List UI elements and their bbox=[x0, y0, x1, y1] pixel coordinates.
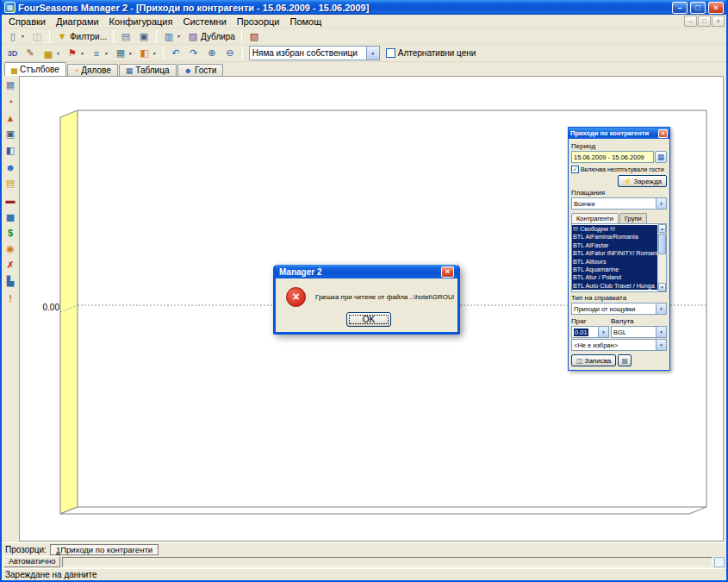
load-button[interactable]: ⚡ Зарежда bbox=[618, 175, 667, 187]
payments-select[interactable]: Всички ▼ bbox=[571, 197, 667, 210]
automatic-button[interactable]: Автоматично bbox=[3, 556, 60, 567]
rail-rotate-icon[interactable]: ◔ bbox=[3, 94, 18, 109]
grid-icon: ▦ bbox=[115, 47, 127, 59]
alt-prices-checkbox[interactable] bbox=[386, 48, 395, 58]
tab-guests[interactable]: ☻ Гости bbox=[177, 64, 224, 76]
rail-globe-icon[interactable]: ◉ bbox=[3, 241, 18, 256]
alt-prices-checkbox-group[interactable]: Алтернативни цени bbox=[386, 48, 476, 58]
chevron-down-icon[interactable]: ▼ bbox=[656, 340, 666, 350]
new-report-button[interactable]: ▯ ▼ bbox=[4, 29, 28, 44]
list-scrollbar[interactable]: ▲ ▼ bbox=[657, 224, 666, 291]
rail-frame-icon[interactable]: ◧ bbox=[3, 143, 18, 158]
contractors-items: !!! Свободни !!! BTL AlFamina/Romania BT… bbox=[572, 224, 657, 291]
list-item[interactable]: BTL Alltours bbox=[572, 258, 657, 266]
save-report-button[interactable]: ◫ Записва bbox=[571, 354, 616, 366]
grid-button[interactable]: ▦ ▼ bbox=[112, 46, 135, 60]
mdi-minimize-button[interactable]: – bbox=[684, 16, 697, 27]
zoom-in-button[interactable]: ⊕ bbox=[203, 46, 221, 60]
tab-shares[interactable]: ◔ Дялове bbox=[67, 64, 118, 76]
menu-system[interactable]: Системни bbox=[177, 16, 231, 28]
report-type-select[interactable]: Приходи от нощувки ▼ bbox=[571, 303, 667, 315]
minimize-button[interactable]: – bbox=[672, 2, 688, 14]
redo-button[interactable]: ↷ bbox=[185, 46, 202, 60]
filters-button[interactable]: ▼ Филтри... bbox=[53, 29, 109, 44]
save-report-label: Записва bbox=[585, 357, 612, 365]
owner-select[interactable]: Няма избран собственици ▼ bbox=[249, 46, 380, 60]
rail-delete-icon[interactable]: ✗ bbox=[3, 258, 18, 272]
rail-alert-icon[interactable]: ! bbox=[3, 291, 18, 305]
manual-button[interactable]: ▧ bbox=[246, 29, 263, 44]
copy-button[interactable]: ▥ ▼ bbox=[160, 29, 184, 44]
group-select[interactable]: <Не е избран> ▼ bbox=[571, 339, 667, 351]
error-dialog-close-button[interactable]: × bbox=[441, 266, 454, 278]
include-guests-checkbox[interactable]: ✓ bbox=[571, 166, 579, 173]
rail-stats-icon[interactable]: ▙ bbox=[3, 274, 18, 289]
currency-select[interactable]: BGL ▼ bbox=[611, 326, 667, 338]
chart-3d-label: 3D bbox=[8, 49, 18, 58]
list-item[interactable]: BTL Aquamarine bbox=[572, 266, 657, 273]
menu-windows[interactable]: Прозорци bbox=[232, 16, 285, 28]
include-guests-row[interactable]: ✓ Включва неотпътували гости bbox=[571, 166, 667, 173]
maximize-button[interactable]: □ bbox=[690, 2, 706, 14]
chevron-down-icon[interactable]: ▼ bbox=[656, 327, 666, 337]
scroll-thumb[interactable] bbox=[658, 234, 666, 254]
rail-guests-icon[interactable]: ☻ bbox=[3, 160, 18, 174]
save-button[interactable]: ◫ bbox=[28, 29, 46, 44]
guests-icon: ☻ bbox=[184, 66, 192, 75]
list-item[interactable]: !!! Свободни !!! bbox=[572, 225, 657, 233]
period-label: Период bbox=[571, 142, 667, 150]
series-type-button[interactable]: ▅ ▼ bbox=[40, 46, 63, 60]
scroll-track[interactable] bbox=[658, 255, 666, 283]
report-panel-close-button[interactable]: × bbox=[658, 129, 668, 138]
rail-chart-icon[interactable]: ▲ bbox=[3, 110, 18, 125]
book-icon: ▧ bbox=[248, 30, 260, 42]
tab-columns[interactable]: ▅ Стълбове bbox=[4, 62, 66, 76]
menu-help[interactable]: Помощ bbox=[284, 16, 327, 28]
period-input[interactable]: 15.06.2009 - 15.06.2009 bbox=[571, 151, 654, 163]
undo-button[interactable]: ↶ bbox=[167, 46, 184, 60]
tab-table[interactable]: ▦ Таблица bbox=[119, 64, 177, 76]
menu-diagrams[interactable]: Диаграми bbox=[51, 16, 104, 28]
chart-3d-button[interactable]: 3D bbox=[4, 46, 21, 60]
chevron-down-icon[interactable]: ▼ bbox=[598, 327, 608, 337]
tab-groups[interactable]: Групи bbox=[619, 213, 647, 223]
menu-reports[interactable]: Справки bbox=[3, 16, 51, 28]
scroll-down-icon[interactable]: ▼ bbox=[658, 283, 666, 291]
marker-button[interactable]: ⚑ ▼ bbox=[64, 46, 87, 60]
rail-book-icon[interactable]: ▬ bbox=[3, 192, 18, 207]
mdi-restore-button[interactable]: □ bbox=[698, 16, 711, 27]
scroll-up-icon[interactable]: ▲ bbox=[658, 224, 666, 233]
rail-money-icon[interactable]: $ bbox=[3, 225, 18, 240]
error-icon: × bbox=[286, 287, 306, 307]
chevron-down-icon[interactable]: ▼ bbox=[656, 304, 666, 314]
zoom-out-button[interactable]: ⊖ bbox=[221, 46, 239, 60]
threshold-input[interactable]: 0.01 ▼ bbox=[571, 326, 609, 338]
print-button[interactable]: ▣ bbox=[135, 29, 152, 44]
duplicate-button[interactable]: ▨ Дублира bbox=[184, 29, 238, 44]
colors-button[interactable]: ◧ ▼ bbox=[136, 46, 159, 60]
chevron-down-icon[interactable]: ▼ bbox=[366, 47, 379, 59]
menu-configuration[interactable]: Конфигурация bbox=[104, 16, 178, 28]
print-preview-button[interactable]: ▤ bbox=[117, 29, 134, 44]
list-item[interactable]: BTL AlFatur INFINITY/ Romani bbox=[572, 249, 657, 257]
close-button[interactable]: × bbox=[708, 2, 724, 14]
chevron-down-icon[interactable]: ▼ bbox=[656, 198, 666, 209]
window-tab-revenue[interactable]: 1 Приходи по контрагенти bbox=[50, 544, 159, 555]
rail-folder-icon[interactable]: ▤ bbox=[3, 176, 18, 191]
rail-grid-icon[interactable]: ▦ bbox=[3, 78, 18, 92]
list-item[interactable]: BTL AlFamina/Romania bbox=[572, 233, 657, 241]
chart-edit-button[interactable]: ✎ bbox=[22, 46, 39, 60]
report-panel-title: Приходи по контрагенти bbox=[570, 129, 649, 137]
diskette-icon: ◫ bbox=[576, 357, 583, 365]
calendar-button[interactable]: ▦ bbox=[655, 151, 667, 163]
list-item[interactable]: BTL AlFastar bbox=[572, 241, 657, 249]
axes-button[interactable]: ≡ ▼ bbox=[88, 46, 111, 60]
mdi-close-button[interactable]: × bbox=[712, 16, 725, 27]
tab-contractors[interactable]: Контрагенти bbox=[571, 213, 619, 223]
list-item[interactable]: BTL Atur / Poland bbox=[572, 273, 657, 281]
extra-options-button[interactable]: ▦ bbox=[618, 354, 632, 366]
rail-bars-icon[interactable]: ▅ bbox=[3, 209, 18, 223]
rail-camera-icon[interactable]: ▣ bbox=[3, 127, 18, 141]
ok-button[interactable]: OK bbox=[346, 312, 391, 327]
list-item[interactable]: BTL Auto Club Travel / Hunga bbox=[572, 282, 657, 290]
